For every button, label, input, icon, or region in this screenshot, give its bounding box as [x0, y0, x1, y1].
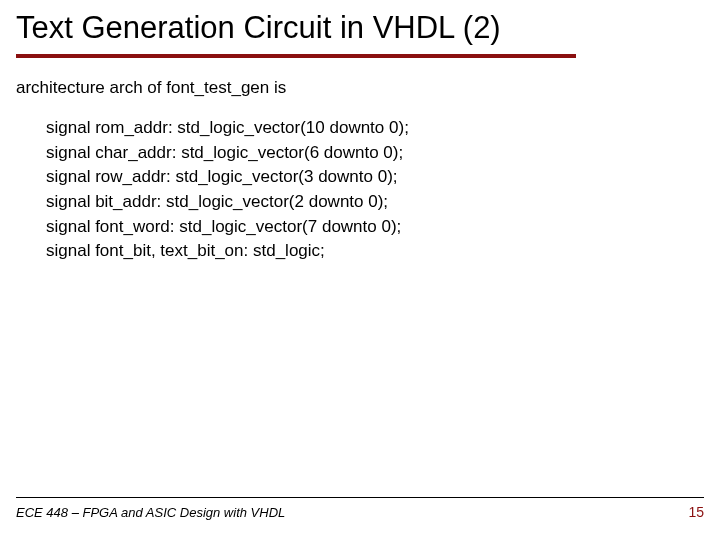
- signal-line: signal row_addr: std_logic_vector(3 down…: [46, 165, 704, 190]
- signal-declarations: signal rom_addr: std_logic_vector(10 dow…: [46, 116, 704, 264]
- signal-line: signal font_word: std_logic_vector(7 dow…: [46, 215, 704, 240]
- signal-line: signal rom_addr: std_logic_vector(10 dow…: [46, 116, 704, 141]
- title-divider: [16, 54, 576, 58]
- slide: Text Generation Circuit in VHDL (2) arch…: [0, 0, 720, 540]
- signal-line: signal char_addr: std_logic_vector(6 dow…: [46, 141, 704, 166]
- course-name: ECE 448 – FPGA and ASIC Design with VHDL: [16, 505, 285, 520]
- footer-row: ECE 448 – FPGA and ASIC Design with VHDL…: [16, 504, 704, 520]
- page-number: 15: [688, 504, 704, 520]
- page-title: Text Generation Circuit in VHDL (2): [16, 10, 704, 46]
- architecture-declaration: architecture arch of font_test_gen is: [16, 78, 704, 98]
- slide-footer: ECE 448 – FPGA and ASIC Design with VHDL…: [16, 497, 704, 520]
- footer-divider: [16, 497, 704, 498]
- signal-line: signal font_bit, text_bit_on: std_logic;: [46, 239, 704, 264]
- signal-line: signal bit_addr: std_logic_vector(2 down…: [46, 190, 704, 215]
